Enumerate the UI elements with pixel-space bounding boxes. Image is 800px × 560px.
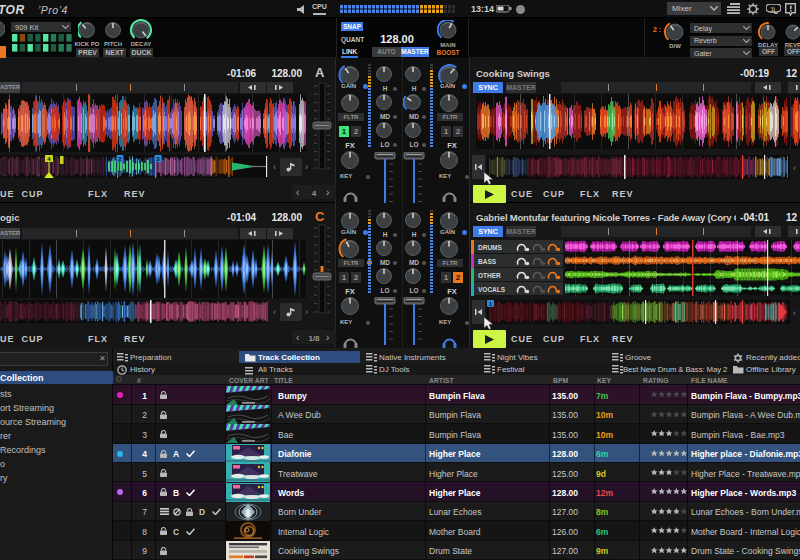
svg-text:)): )) (771, 6, 775, 12)
